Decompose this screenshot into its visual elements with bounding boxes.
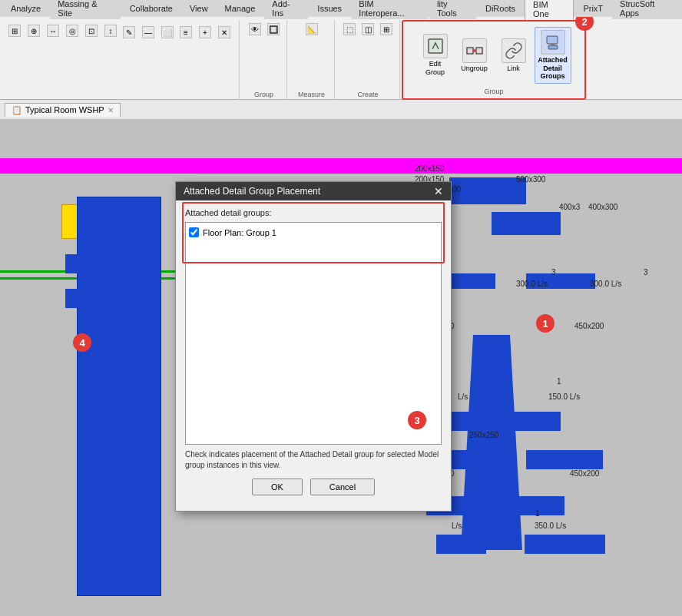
ribbon-btn-measure-1[interactable]: 📐 xyxy=(303,22,320,37)
view-tab-icon: 📋 xyxy=(12,105,22,115)
tab-issues[interactable]: Issues xyxy=(310,2,349,15)
attached-detail-groups-label: Attached Detail Groups xyxy=(538,56,568,81)
dialog-item-label-0: Floor Plan: Group 1 xyxy=(203,228,276,237)
dim-350ls: 350.0 L/s xyxy=(535,522,566,530)
small-icon-7: ✎ xyxy=(123,26,135,38)
dim-500x300: 500x300 xyxy=(516,175,545,184)
tab-view[interactable]: View xyxy=(182,2,216,15)
tab-analyze[interactable]: Analyze xyxy=(3,2,48,15)
tab-addins[interactable]: Add-Ins xyxy=(264,0,308,19)
view-tab-typical-room[interactable]: 📋 Typical Room WSHP ✕ xyxy=(5,103,121,117)
tab-bar: 📋 Typical Room WSHP ✕ xyxy=(0,100,682,120)
ribbon-btn-small-8[interactable]: — xyxy=(140,25,157,40)
create-group-label: Create xyxy=(357,89,378,98)
dim-250x250: 250x250 xyxy=(469,431,498,439)
dialog-ok-button[interactable]: OK xyxy=(252,479,303,495)
dim-200x150-1: 200x150 xyxy=(415,164,444,173)
ribbon: Analyze Massing & Site Collaborate View … xyxy=(0,0,682,100)
ribbon-btn-small-1[interactable]: ⊞ xyxy=(6,23,23,38)
tab-collaborate[interactable]: Collaborate xyxy=(122,2,180,15)
ribbon-btn-small-7[interactable]: ✎ xyxy=(121,25,137,40)
dialog-list-item-0[interactable]: Floor Plan: Group 1 xyxy=(189,226,438,239)
view-icon-1: 👁 xyxy=(249,23,261,35)
small-icon-4: ◎ xyxy=(66,25,78,37)
step-badge-2: 2 xyxy=(575,17,594,31)
link-label: Link xyxy=(507,65,520,73)
dim-3-right: 3 xyxy=(644,268,648,277)
svg-rect-1 xyxy=(467,48,473,54)
tab-diroots[interactable]: DiRoots xyxy=(478,2,523,15)
blue-shape-3 xyxy=(449,273,495,289)
tab-strucsoft[interactable]: StrucSoft Apps xyxy=(612,0,682,19)
small-icon-12: ✕ xyxy=(218,26,230,38)
hvac-detail-2 xyxy=(65,289,96,308)
dim-1-label: 1 xyxy=(557,377,561,386)
ribbon-group-label-modify xyxy=(6,71,234,72)
create-icon-3: ⊞ xyxy=(380,23,392,35)
ribbon-btn-small-5[interactable]: ⊡ xyxy=(83,23,100,38)
view-tab-close[interactable]: ✕ xyxy=(108,106,114,114)
badge-4: 4 xyxy=(73,333,91,352)
ribbon-btn-small-6[interactable]: ↕ xyxy=(102,23,119,38)
tab-litools[interactable]: lity Tools xyxy=(429,0,476,19)
dialog-footer-text: Check indicates placement of the Attache… xyxy=(185,449,442,471)
tab-prixt[interactable]: PrixT xyxy=(575,2,611,15)
tab-bimone[interactable]: BIM One xyxy=(525,0,574,20)
measure-group-label: Measure xyxy=(298,89,325,98)
small-icon-5: ⊡ xyxy=(85,25,98,37)
edit-group-button[interactable]: Edit Group xyxy=(417,31,454,79)
ungroup-button[interactable]: Ungroup xyxy=(456,36,493,75)
ribbon-btn-create-1[interactable]: ⬚ xyxy=(341,22,358,37)
group-group-label: Group xyxy=(484,86,503,95)
dialog-checkbox-0[interactable] xyxy=(189,227,199,237)
svg-rect-0 xyxy=(429,39,442,53)
link-icon xyxy=(502,38,526,63)
dialog-cancel-button[interactable]: Cancel xyxy=(310,479,375,495)
edit-group-label: Edit Group xyxy=(419,60,452,77)
ribbon-btn-create-3[interactable]: ⊞ xyxy=(378,22,395,37)
link-button[interactable]: Link xyxy=(495,36,532,75)
dialog-titlebar: Attached Detail Group Placement ✕ xyxy=(176,182,451,200)
ribbon-btn-small-9[interactable]: ⬜ xyxy=(159,25,176,40)
duct-magenta-horizontal xyxy=(0,158,682,174)
ribbon-btn-view-2[interactable]: 🔲 xyxy=(265,22,282,37)
dim-1-label2: 1 xyxy=(535,509,540,518)
small-icon-10: ≡ xyxy=(180,26,192,38)
attached-detail-groups-button[interactable]: Attached Detail Groups xyxy=(535,27,571,84)
small-icon-6: ↕ xyxy=(104,25,117,37)
ribbon-group-group-buttons: Edit Group Ungroup xyxy=(417,25,571,86)
create-icon-1: ⬚ xyxy=(343,23,356,35)
dim-300ls-left: 300.0 L/s xyxy=(516,280,548,288)
ribbon-btn-view-1[interactable]: 👁 xyxy=(247,22,263,37)
ribbon-btn-small-4[interactable]: ◎ xyxy=(64,23,81,38)
dim-450x200-right: 450x200 xyxy=(574,322,604,330)
ribbon-btn-small-12[interactable]: ✕ xyxy=(216,25,233,40)
ribbon-btn-small-2[interactable]: ⊕ xyxy=(25,23,42,38)
ribbon-group-measure: 📐 Measure xyxy=(289,20,335,100)
dialog-buttons: OK Cancel xyxy=(185,479,442,503)
blue-shape-2 xyxy=(492,212,561,235)
dialog-close-button[interactable]: ✕ xyxy=(434,186,443,197)
ribbon-btn-small-10[interactable]: ≡ xyxy=(177,25,194,40)
tab-massing[interactable]: Massing & Site xyxy=(50,0,121,19)
tab-manage[interactable]: Manage xyxy=(217,2,263,15)
hvac-detail-1 xyxy=(65,254,96,273)
view-tab-label: Typical Room WSHP xyxy=(25,105,104,114)
ribbon-btn-small-11[interactable]: + xyxy=(197,25,214,40)
ribbon-tab-bar: Analyze Massing & Site Collaborate View … xyxy=(0,0,682,17)
badge-3: 3 xyxy=(408,411,426,429)
dim-ls-label: L/s xyxy=(458,392,468,401)
ribbon-group-create: ⬚ ◫ ⊞ Create xyxy=(336,20,400,100)
ribbon-content: ⊞ ⊕ ↔ ◎ ⊡ ↕ ✎ xyxy=(0,17,682,100)
blue-shape-10 xyxy=(525,535,605,554)
ribbon-btn-create-2[interactable]: ◫ xyxy=(359,22,376,37)
ribbon-btn-small-3[interactable]: ↔ xyxy=(45,23,61,38)
small-icon-1: ⊞ xyxy=(8,25,21,37)
dialog-attached-detail-group: Attached Detail Group Placement ✕ Attach… xyxy=(175,181,452,512)
dialog-body: Attached detail groups: Floor Plan: Grou… xyxy=(176,200,451,511)
tab-biminterop[interactable]: BIM Interopera... xyxy=(351,0,428,19)
svg-rect-2 xyxy=(476,48,482,54)
dim-400x3: 400x3 xyxy=(559,203,580,211)
measure-icon-1: 📐 xyxy=(306,23,318,35)
ribbon-group-group: 2 Edit Group xyxy=(402,20,586,100)
